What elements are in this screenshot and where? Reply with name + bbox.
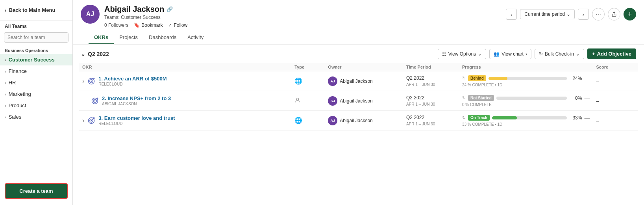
svg-point-2 — [91, 81, 92, 82]
add-objective-label: Add Objective — [597, 51, 631, 57]
okr-title[interactable]: 3. Earn customer love and trust — [98, 115, 175, 121]
sidebar-item-sales[interactable]: › Sales — [0, 111, 72, 123]
okr-sub: RELECLOUD — [98, 82, 167, 86]
progress-bar-bg — [489, 77, 567, 80]
col-progress: Progress — [459, 63, 593, 71]
sidebar-item-finance[interactable]: › Finance — [0, 65, 72, 77]
create-team-button[interactable]: Create a team — [5, 183, 68, 199]
score-cell: – — [593, 111, 638, 130]
chevron-down-icon: ⌄ — [576, 51, 580, 57]
score-value: – — [596, 79, 599, 84]
progress-percent: 33% — [569, 115, 582, 121]
progress-detail: 33 % COMPLETE • 1D — [462, 122, 590, 127]
col-score: Score — [593, 63, 638, 71]
status-badge: On Track — [468, 115, 490, 121]
bookmark-icon: 🔖 — [134, 22, 140, 28]
bookmark-button[interactable]: 🔖 Bookmark — [134, 22, 163, 28]
link-icon: 🔗 — [167, 6, 173, 12]
header-info: Abigail Jackson 🔗 Teams: Customer Succes… — [104, 5, 187, 28]
checkin-icon: ↻ — [462, 115, 466, 120]
search-input[interactable] — [4, 32, 68, 43]
all-teams-label: All Teams — [0, 20, 72, 31]
sidebar-item-marketing[interactable]: › Marketing — [0, 88, 72, 100]
checkin-icon: ↻ — [462, 76, 466, 81]
progress-detail: 24 % COMPLETE • 1D — [462, 83, 590, 87]
checkin-icon: ↻ — [462, 95, 466, 101]
refresh-icon: ↻ — [539, 51, 543, 57]
sidebar-item-label: Product — [9, 102, 26, 108]
score-cell: – — [593, 71, 638, 91]
chevron-icon: › — [5, 92, 6, 97]
okr-title[interactable]: 2. Increase NPS+ from 2 to 3 — [102, 95, 171, 101]
sidebar-item-hr[interactable]: › HR — [0, 77, 72, 88]
tab-okrs[interactable]: OKRs — [89, 31, 114, 44]
next-period-button[interactable]: › — [578, 9, 589, 20]
bulk-checkin-label: Bulk Check-in — [545, 51, 574, 57]
okr-name-cell: › 1. Achieve an ARR of $500M RELECLOUD — [79, 71, 291, 91]
okr-table: OKR Type Owner Time Period Progress Scor… — [79, 63, 638, 130]
okr-title[interactable]: 1. Achieve an ARR of $500M — [98, 76, 167, 82]
time-period-button[interactable]: Current time period ⌄ — [520, 9, 575, 19]
owner-cell: AJ Abigail Jackson — [325, 91, 403, 111]
back-to-main-menu[interactable]: ‹ Back to Main Menu — [0, 0, 72, 20]
followers-count: 0 Followers — [104, 22, 128, 28]
status-badge: Behind — [468, 75, 486, 81]
progress-cell: ↻ Behind 24% — 24 % COMPLETE • 1D — [459, 71, 593, 91]
share-button[interactable] — [608, 8, 620, 20]
team-label: Teams: Customer Success — [104, 15, 187, 20]
table-row: 2. Increase NPS+ from 2 to 3 ABIGAIL JAC… — [79, 91, 638, 111]
add-objective-button[interactable]: + Add Objective — [587, 48, 636, 59]
expand-icon[interactable]: › — [82, 78, 84, 85]
progress-cell: ↻ On Track 33% — 33 % COMPLETE • 1D — [459, 111, 593, 130]
table-row: › 3. Earn customer love and trust RELECL… — [79, 111, 638, 130]
sidebar: ‹ Back to Main Menu All Teams Business O… — [0, 0, 73, 205]
col-type: Type — [291, 63, 325, 71]
user-name: Abigail Jackson — [104, 5, 164, 14]
chevron-icon: › — [5, 80, 6, 85]
chevron-icon: › — [5, 58, 6, 62]
okr-name-cell: 2. Increase NPS+ from 2 to 3 ABIGAIL JAC… — [79, 91, 291, 111]
score-value: – — [596, 118, 599, 124]
bulk-checkin-button[interactable]: ↻ Bulk Check-in ⌄ — [535, 49, 584, 59]
progress-detail: 0 % COMPLETE — [462, 102, 590, 107]
chevron-right-icon: › — [526, 51, 527, 57]
view-options-label: View Options — [448, 51, 476, 57]
prev-period-button[interactable]: ‹ — [506, 9, 517, 20]
view-options-button[interactable]: ☷ View Options ⌄ — [438, 49, 486, 59]
progress-bar-bg — [496, 97, 567, 100]
chevron-left-icon: ‹ — [5, 7, 7, 13]
sidebar-item-product[interactable]: › Product — [0, 100, 72, 111]
add-button[interactable]: + — [624, 8, 636, 20]
owner-cell: AJ Abigail Jackson — [325, 71, 403, 91]
quarter-title[interactable]: ⌄ Q2 2022 — [81, 51, 109, 57]
tab-projects[interactable]: Projects — [114, 31, 143, 44]
time-period-cell: Q2 2022 APR 1 – JUN 30 — [403, 71, 459, 91]
sidebar-item-label: Sales — [9, 114, 22, 120]
type-cell: 🌐 — [291, 71, 325, 91]
type-icon: 🌐 — [294, 117, 302, 124]
type-cell — [291, 91, 325, 111]
view-chart-label: View chart — [502, 51, 524, 57]
time-detail: APR 1 – JUN 30 — [406, 101, 456, 107]
sidebar-item-label: HR — [9, 80, 16, 86]
view-chart-button[interactable]: 👥 View chart › — [489, 49, 531, 59]
table-header-row: OKR Type Owner Time Period Progress Scor… — [79, 63, 638, 71]
more-options-button[interactable]: ⋯ — [592, 8, 605, 20]
okr-sub: ABIGAIL JACKSON — [102, 102, 171, 106]
type-cell: 🌐 — [291, 111, 325, 130]
quarter-label: Q2 2022 — [88, 51, 109, 57]
follow-button[interactable]: ✓ Follow — [168, 22, 187, 28]
tab-dashboards[interactable]: Dashboards — [143, 31, 182, 44]
expand-icon[interactable]: › — [82, 117, 84, 124]
progress-bar-fill — [492, 116, 517, 119]
time-period-value: Q2 2022 — [406, 94, 456, 101]
progress-percent: 24% — [569, 76, 582, 81]
svg-point-6 — [94, 101, 95, 101]
owner-cell: AJ Abigail Jackson — [325, 111, 403, 130]
quarter-row: ⌄ Q2 2022 ☷ View Options ⌄ 👥 View chart … — [79, 45, 638, 63]
header-right: ‹ Current time period ⌄ › ⋯ + — [506, 5, 636, 20]
sidebar-item-customer-success[interactable]: › Customer Success — [0, 54, 72, 65]
back-label: Back to Main Menu — [9, 7, 56, 13]
time-period-value: Q2 2022 — [406, 75, 456, 82]
tab-activity[interactable]: Activity — [182, 31, 209, 44]
